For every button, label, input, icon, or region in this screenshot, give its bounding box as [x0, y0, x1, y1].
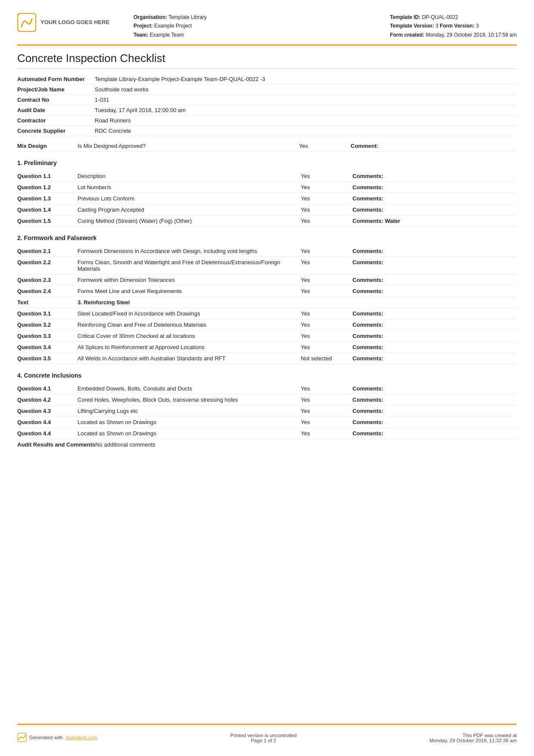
contractor-label: Contractor	[17, 117, 95, 124]
concrete-supplier-value: RDC Concrete	[95, 128, 517, 134]
table-row: Question 3.5 All Welds in Accordance wit…	[17, 353, 517, 364]
concrete-supplier-row: Concrete Supplier RDC Concrete	[17, 126, 517, 136]
project-job-name-row: Project/Job Name Southside road works	[17, 84, 517, 95]
audit-results-row: Audit Results and Comments No additional…	[17, 439, 517, 450]
logo-area: YOUR LOGO GOES HERE	[17, 13, 121, 32]
header-right: Template ID: DP-QUAL-0022 Template Versi…	[390, 13, 517, 39]
mix-design-answer: Yes	[299, 143, 351, 149]
mix-design-label: Mix Design	[17, 143, 78, 149]
project-job-name-label: Project/Job Name	[17, 86, 95, 93]
table-row: Question 1.3 Previous Lots Conform Yes C…	[17, 193, 517, 204]
info-table: Automated Form Number Template Library-E…	[17, 74, 517, 136]
page-text: Page 1 of 2	[230, 738, 297, 743]
table-row: Question 1.1 Description Yes Comments:	[17, 171, 517, 182]
table-row: Question 2.2 Forms Clean, Smooth and Wat…	[17, 257, 517, 275]
dashpivot-link[interactable]: dashpivot.com	[65, 735, 97, 740]
section-1-header: 1. Preliminary	[17, 158, 517, 168]
page: YOUR LOGO GOES HERE Organisation: Templa…	[0, 0, 534, 756]
table-row: Question 4.3 Lifting/Carrying Lugs etc Y…	[17, 406, 517, 417]
table-row: Question 1.2 Lot Number/s Yes Comments:	[17, 182, 517, 193]
section-3-title: 3. Reinforcing Steel	[78, 299, 130, 306]
form-title: Concrete Inspection Checklist	[17, 52, 517, 69]
mix-design-desc: Is Mix Designed Approved?	[78, 143, 299, 149]
table-row: Question 3.1 Steel Located/Fixed in Acco…	[17, 308, 517, 319]
text-label: Text	[17, 299, 78, 306]
generated-text: Generated with	[29, 735, 63, 740]
section-2-questions: Question 2.1 Formwork Dimensions in Acco…	[17, 246, 517, 297]
table-row: Question 2.4 Forms Meet Line and Level R…	[17, 286, 517, 297]
logo-text: YOUR LOGO GOES HERE	[40, 19, 109, 26]
table-row: Question 1.5 Curing Method (Stream) (Wat…	[17, 216, 517, 227]
mix-design-row: Mix Design Is Mix Designed Approved? Yes…	[17, 141, 517, 152]
footer-center: Printed version is uncontrolled Page 1 o…	[230, 733, 297, 743]
header: YOUR LOGO GOES HERE Organisation: Templa…	[17, 13, 517, 46]
automated-form-number-value: Template Library-Example Project-Example…	[95, 76, 517, 82]
section-3-questions: Question 3.1 Steel Located/Fixed in Acco…	[17, 308, 517, 364]
project-job-name-value: Southside road works	[95, 86, 517, 93]
contractor-value: Road Runners	[95, 117, 517, 124]
table-row: Question 4.4 Located as Shown on Drawing…	[17, 428, 517, 439]
mix-design-comment: Comment:	[351, 143, 517, 149]
table-row: Question 3.4 All Splices to Reinforcemen…	[17, 342, 517, 353]
contractor-row: Contractor Road Runners	[17, 116, 517, 126]
table-row: Question 1.4 Casting Program Accepted Ye…	[17, 204, 517, 216]
dashpivot-logo	[17, 733, 27, 742]
audit-date-value: Tuesday, 17 April 2018, 12:00:00 am	[95, 107, 517, 113]
table-row: Question 4.1 Embedded Dowels, Bolts, Con…	[17, 383, 517, 394]
logo-icon	[17, 13, 36, 32]
section-4-header: 4. Concrete Inclusions	[17, 370, 517, 381]
automated-form-number-label: Automated Form Number	[17, 76, 95, 82]
concrete-supplier-label: Concrete Supplier	[17, 128, 95, 134]
footer-created-text: This PDF was created at	[430, 733, 517, 738]
automated-form-number-row: Automated Form Number Template Library-E…	[17, 74, 517, 84]
footer-right: This PDF was created at Monday, 29 Octob…	[430, 733, 517, 743]
section-1-questions: Question 1.1 Description Yes Comments: Q…	[17, 171, 517, 227]
audit-results-label: Audit Results and Comments	[17, 441, 95, 448]
audit-date-label: Audit Date	[17, 107, 95, 113]
footer: Generated with dashpivot.com Printed ver…	[17, 724, 517, 743]
audit-date-row: Audit Date Tuesday, 17 April 2018, 12:00…	[17, 105, 517, 116]
footer-left: Generated with dashpivot.com	[17, 733, 97, 742]
section-4-questions: Question 4.1 Embedded Dowels, Bolts, Con…	[17, 383, 517, 439]
section-3-text-row: Text 3. Reinforcing Steel	[17, 297, 517, 308]
contract-no-value: 1-031	[95, 97, 517, 103]
section-2-header: 2. Formwork and Falsework	[17, 233, 517, 243]
audit-results-value: No additional comments	[95, 441, 155, 448]
header-meta: Organisation: Template Library Project: …	[134, 13, 390, 39]
contract-no-label: Contract No	[17, 97, 95, 103]
contract-no-row: Contract No 1-031	[17, 95, 517, 105]
table-row: Question 4.2 Cored Holes, Weepholes, Blo…	[17, 394, 517, 406]
printed-text: Printed version is uncontrolled	[230, 733, 297, 738]
footer-created-date: Monday, 29 October 2018, 11:32:36 am	[430, 738, 517, 743]
table-row: Question 2.3 Formwork within Dimension T…	[17, 275, 517, 286]
table-row: Question 4.4 Located as Shown on Drawing…	[17, 417, 517, 428]
table-row: Question 3.2 Reinforcing Clean and Free …	[17, 319, 517, 331]
table-row: Question 3.3 Critical Cover of 30mm Chec…	[17, 331, 517, 342]
table-row: Question 2.1 Formwork Dimensions in Acco…	[17, 246, 517, 257]
